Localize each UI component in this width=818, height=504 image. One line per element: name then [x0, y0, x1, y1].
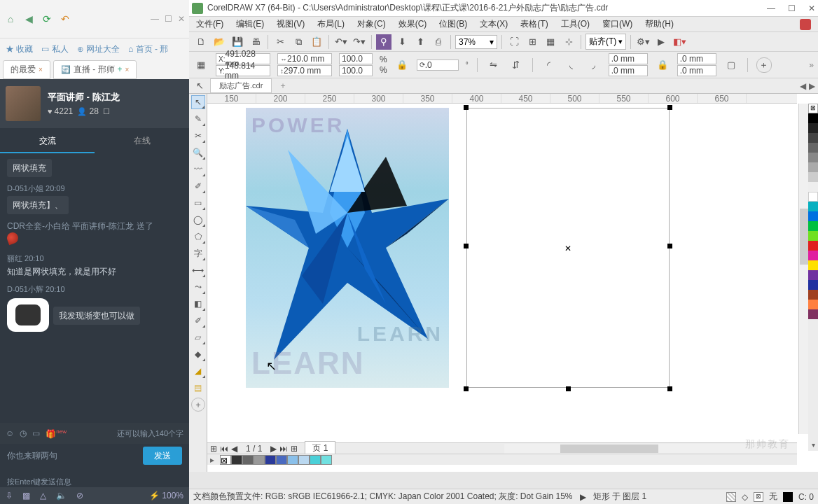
color-swatch[interactable]: ⊠ [220, 455, 231, 465]
print-icon[interactable]: 🖶 [248, 34, 263, 50]
menu-bitmap[interactable]: 位图(B) [439, 18, 467, 30]
color-swatch[interactable] [808, 309, 818, 319]
page-orient-icon[interactable]: ▦ [193, 57, 209, 73]
text-tool-icon[interactable]: 字 [191, 246, 205, 260]
menu-window[interactable]: 窗口(W) [602, 18, 632, 30]
corner-radius-1[interactable]: .0 mm [609, 53, 648, 64]
pos-y-field[interactable]: Y: 148.814 mm [216, 65, 270, 76]
palette-down-icon[interactable]: ▾ [808, 441, 818, 451]
copy-icon[interactable]: ⧉ [291, 34, 306, 50]
menu-effect[interactable]: 效果(C) [398, 18, 427, 30]
block-icon[interactable]: ⊘ [76, 491, 83, 500]
menu-table[interactable]: 表格(T) [520, 18, 548, 30]
height-field[interactable]: ↕ 297.0 mm [277, 65, 332, 76]
color-swatch[interactable] [321, 455, 332, 465]
selection-handle[interactable] [566, 386, 571, 391]
dimension-tool-icon[interactable]: ⟷ [191, 263, 205, 277]
cut-icon[interactable]: ✂ [272, 34, 288, 50]
color-swatch[interactable] [808, 260, 818, 270]
zoom-combo[interactable]: 37%▾ [455, 35, 497, 49]
browser-tab-2[interactable]: 🔄 直播 - 邢师+× [53, 60, 137, 79]
export-icon[interactable]: ⬆ [413, 34, 428, 50]
emoji-icon[interactable]: ☺ [6, 428, 14, 438]
color-swatch[interactable] [808, 192, 818, 202]
add-icon[interactable]: ＋ [756, 57, 772, 73]
color-swatch[interactable] [808, 172, 818, 182]
page-next-icon[interactable]: ▶ [270, 444, 277, 454]
fill-indicator-icon[interactable] [726, 492, 736, 502]
no-fill-icon[interactable]: ⊠ [754, 492, 763, 502]
gift-icon[interactable]: 🎁new [46, 428, 67, 439]
chat-input[interactable]: 你也来聊两句 [7, 450, 57, 462]
vertical-scrollbar[interactable] [798, 104, 808, 434]
color-swatch[interactable] [231, 455, 242, 465]
no-color-swatch[interactable]: ⊠ [808, 104, 818, 113]
bookmark-private[interactable]: ▭ 私人 [41, 43, 68, 55]
guides-icon[interactable]: ⊹ [561, 34, 576, 50]
pick-tool-icon[interactable]: ↖ [191, 95, 205, 109]
corner-icon[interactable]: ◜ [541, 57, 557, 73]
color-swatch[interactable] [808, 133, 818, 143]
page-prev-icon[interactable]: ◀ [231, 444, 237, 454]
menu-object[interactable]: 对象(C) [357, 18, 386, 30]
page-last-icon[interactable]: ⏭ [279, 444, 288, 454]
color-swatch[interactable] [808, 290, 818, 300]
menu-file[interactable]: 文件(F) [196, 18, 223, 30]
window-max-icon[interactable]: ☐ [788, 4, 796, 13]
width-field[interactable]: ↔ 210.0 mm [277, 53, 332, 64]
color-swatch[interactable] [808, 113, 818, 123]
lock-ratio-icon[interactable]: 🔒 [394, 57, 410, 73]
avatar[interactable] [6, 86, 41, 121]
user-icon[interactable] [800, 19, 811, 30]
menu-view[interactable]: 视图(V) [277, 18, 305, 30]
quick-custom-icon[interactable]: ＋ [191, 398, 205, 412]
color-swatch[interactable] [254, 455, 265, 465]
color-swatch[interactable] [808, 241, 818, 251]
add-tab-icon[interactable]: + [118, 64, 123, 74]
selection-handle[interactable] [667, 386, 672, 391]
color-swatch[interactable] [808, 221, 818, 231]
color-swatch[interactable] [310, 455, 321, 465]
save-icon[interactable]: 💾 [230, 34, 245, 50]
undo-icon[interactable]: ↶▾ [333, 34, 349, 50]
cloud-icon[interactable]: △ [40, 491, 46, 500]
launch-icon[interactable]: ▶ [653, 34, 669, 50]
grid-icon[interactable]: ▦ [543, 34, 558, 50]
corner-lock-icon[interactable]: 🔒 [655, 57, 670, 73]
tab-chat[interactable]: 交流 [0, 128, 95, 153]
selection-handle[interactable] [667, 105, 672, 110]
scale-x-field[interactable]: 100.0 [339, 53, 373, 64]
scan-icon[interactable]: ▩ [22, 491, 30, 500]
browser-tab-1[interactable]: 的最爱× [3, 60, 50, 79]
paste-icon[interactable]: 📋 [309, 34, 324, 50]
color-swatch[interactable] [298, 455, 310, 465]
scroll-left-icon[interactable]: ◀ [800, 81, 806, 91]
wraptext-icon[interactable]: ▢ [723, 57, 739, 73]
close-icon[interactable]: × [125, 66, 130, 74]
canvas[interactable]: POWER LEARN LEARN ✕ ↖ [207, 104, 797, 444]
menu-layout[interactable]: 布局(L) [317, 18, 345, 30]
ruler-icon[interactable]: ⊞ [525, 34, 540, 50]
color-swatch[interactable] [808, 251, 818, 260]
undo-icon[interactable]: ↶ [59, 13, 71, 25]
tab-online[interactable]: 在线 [95, 128, 189, 153]
fill-tool-icon[interactable]: ◆ [191, 347, 205, 361]
color-swatch[interactable] [808, 162, 818, 172]
outline-tool-icon[interactable]: ▱ [191, 330, 205, 344]
selection-center-icon[interactable]: ✕ [564, 244, 571, 253]
fill-black-icon[interactable] [783, 492, 793, 502]
corner2-icon[interactable]: ◟ [564, 57, 579, 73]
crop-tool-icon[interactable]: ✂ [191, 129, 205, 143]
page-first-icon[interactable]: ⏮ [220, 444, 228, 454]
color-swatch[interactable] [265, 455, 276, 465]
menu-edit[interactable]: 编辑(E) [236, 18, 264, 30]
color-swatch[interactable] [808, 153, 818, 162]
smart-tool-icon[interactable]: ✐ [191, 179, 205, 193]
rotation-field[interactable]: ⟳ .0 [417, 59, 459, 71]
back-icon[interactable]: ◀ [22, 13, 35, 25]
corner3-icon[interactable]: ◞ [586, 57, 602, 73]
window-close-icon[interactable]: ✕ [178, 14, 185, 24]
menu-text[interactable]: 文本(X) [480, 18, 508, 30]
color-swatch[interactable] [242, 455, 254, 465]
selection-handle[interactable] [464, 105, 469, 110]
